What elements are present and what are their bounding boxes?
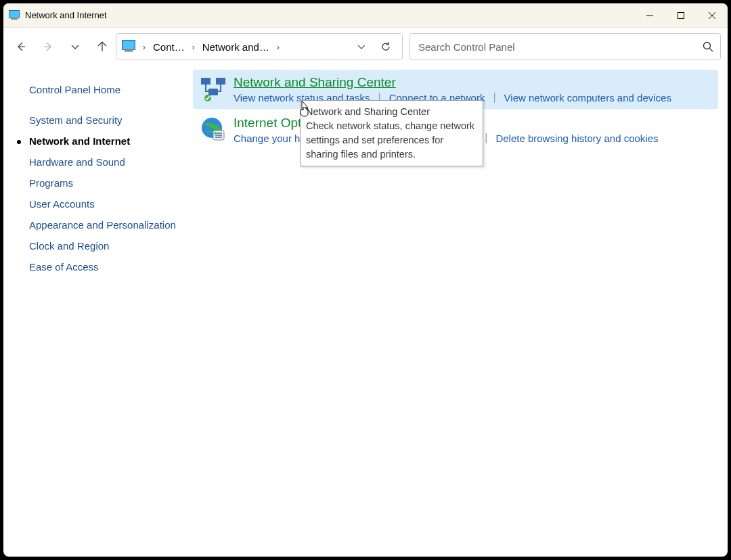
- window-title: Network and Internet: [25, 10, 107, 20]
- chevron-right-icon[interactable]: ›: [139, 42, 149, 52]
- content-area: Network and Sharing Center View network …: [193, 66, 728, 557]
- search-input[interactable]: [417, 41, 703, 53]
- sidebar-item-network-internet[interactable]: Network and Internet: [29, 131, 186, 151]
- window: Network and Internet › Cont… › Network a…: [3, 3, 728, 557]
- sidebar-item-control-panel-home[interactable]: Control Panel Home: [29, 79, 186, 100]
- sidebar-item-hardware-sound[interactable]: Hardware and Sound: [29, 151, 186, 172]
- svg-rect-15: [201, 78, 211, 85]
- refresh-button[interactable]: [372, 41, 399, 52]
- breadcrumb-dropdown-button[interactable]: [352, 43, 371, 51]
- search-box[interactable]: [409, 33, 721, 60]
- up-button[interactable]: [89, 33, 116, 60]
- sidebar-item-user-accounts[interactable]: User Accounts: [29, 193, 186, 214]
- search-icon[interactable]: [703, 41, 713, 52]
- recent-locations-button[interactable]: [62, 33, 89, 60]
- breadcrumb-item[interactable]: Network and…: [200, 39, 272, 55]
- sidebar-item-ease-of-access[interactable]: Ease of Access: [29, 256, 186, 277]
- chevron-right-icon[interactable]: ›: [273, 42, 283, 52]
- internet-options-icon: [200, 116, 227, 143]
- titlebar: Network and Internet: [3, 3, 728, 28]
- svg-rect-1: [9, 11, 19, 18]
- svg-rect-4: [678, 12, 684, 18]
- control-panel-icon: [9, 10, 20, 21]
- minimize-button[interactable]: [634, 3, 665, 28]
- tooltip-body: Check network status, change network set…: [306, 120, 474, 160]
- svg-line-14: [710, 49, 713, 52]
- sidebar: Control Panel Home System and Security N…: [3, 66, 193, 557]
- svg-rect-11: [123, 41, 135, 49]
- sidebar-item-system-security[interactable]: System and Security: [29, 110, 186, 131]
- sidebar-item-programs[interactable]: Programs: [29, 172, 186, 193]
- breadcrumb-item[interactable]: Cont…: [150, 39, 187, 55]
- svg-point-13: [704, 43, 711, 49]
- body: Control Panel Home System and Security N…: [3, 66, 728, 557]
- breadcrumb[interactable]: › Cont… › Network and… ›: [116, 33, 403, 60]
- svg-rect-2: [11, 18, 18, 20]
- tooltip-title: Network and Sharing Center: [306, 106, 430, 117]
- category-title[interactable]: Network and Sharing Center: [234, 75, 710, 90]
- tooltip: Network and Sharing Center Check network…: [300, 100, 483, 166]
- category-link[interactable]: View network computers and devices: [504, 92, 671, 103]
- toolbar: › Cont… › Network and… ›: [3, 28, 728, 66]
- category-link[interactable]: Delete browsing history and cookies: [495, 133, 658, 144]
- chevron-right-icon[interactable]: ›: [189, 42, 198, 52]
- divider: |: [485, 91, 504, 103]
- maximize-button[interactable]: [665, 3, 696, 28]
- back-button[interactable]: [7, 33, 35, 60]
- network-sharing-icon: [200, 75, 227, 102]
- forward-button[interactable]: [35, 33, 62, 60]
- svg-rect-12: [125, 49, 133, 52]
- svg-rect-16: [216, 78, 225, 85]
- sidebar-item-appearance[interactable]: Appearance and Personalization: [29, 214, 186, 235]
- close-button[interactable]: [696, 3, 728, 28]
- sidebar-item-clock-region[interactable]: Clock and Region: [29, 235, 186, 256]
- control-panel-icon: [122, 40, 135, 53]
